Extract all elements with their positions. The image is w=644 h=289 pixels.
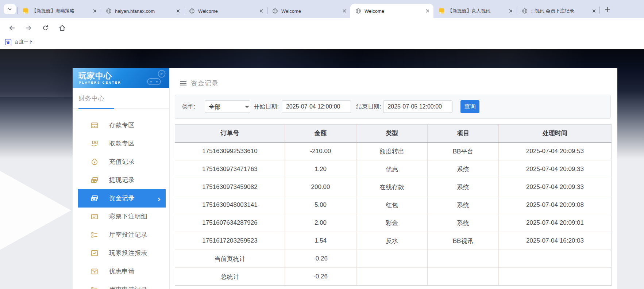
- table-cell: 200.00: [285, 178, 356, 196]
- back-button[interactable]: [8, 24, 16, 32]
- hall-icon: [90, 231, 99, 239]
- table-cell: 1751630973471763: [175, 160, 285, 178]
- browser-tab-strip: 【新提醒】海燕策略haiyan.hfanax.comWelcomeWelcome…: [0, 0, 644, 18]
- table-cell: 1751630948003141: [175, 196, 285, 214]
- table-cell: 系统: [428, 214, 499, 232]
- table-row: 1751630992533610-210.00额度转出BB平台2025-07-0…: [175, 142, 612, 160]
- sidebar-item-label: 厅室投注记录: [109, 231, 147, 239]
- table-cell: 1751630992533610: [175, 142, 285, 160]
- tab-active[interactable]: Welcome: [350, 4, 433, 18]
- tab[interactable]: haiyan.hfanax.com: [101, 4, 184, 18]
- tab[interactable]: 【新提醒】海燕策略: [18, 4, 101, 18]
- type-label: 类型:: [182, 103, 195, 111]
- forward-button[interactable]: [24, 24, 32, 32]
- tab-title: Welcome: [281, 8, 339, 14]
- table-cell: 系统: [428, 160, 499, 178]
- sidebar-item-report[interactable]: 玩家投注报表: [73, 244, 169, 262]
- sidebar-item-promo[interactable]: 优惠申请: [73, 262, 169, 281]
- bookmark-baidu[interactable]: 百度一下: [5, 39, 33, 45]
- browser-window: 【新提醒】海燕策略haiyan.hfanax.comWelcomeWelcome…: [0, 0, 644, 289]
- back-arrow-icon: [8, 24, 16, 32]
- forward-arrow-icon: [25, 24, 32, 32]
- table-cell: [428, 268, 499, 286]
- home-button[interactable]: [58, 24, 66, 32]
- sidebar-item-label: 优惠申请: [109, 267, 135, 275]
- tab-close-icon[interactable]: [258, 8, 264, 14]
- end-date-label: 结束日期:: [356, 103, 381, 111]
- sidebar-item-lottery[interactable]: 彩票下注明细: [73, 208, 169, 226]
- tab[interactable]: :::视讯 会员下注纪录: [517, 4, 600, 18]
- sidebar-item-funds[interactable]: 资金记录: [73, 189, 169, 208]
- sidebar-section-title: 财务中心: [78, 94, 169, 103]
- tab-title: Welcome: [198, 8, 256, 14]
- tab-close-icon[interactable]: [425, 8, 431, 14]
- table-cell: [499, 250, 612, 268]
- tab-close-icon[interactable]: [342, 8, 347, 14]
- table-cell: 总统计: [175, 268, 285, 286]
- table-cell: 系统: [428, 196, 499, 214]
- tab-close-icon[interactable]: [175, 8, 181, 14]
- tab-search-button[interactable]: [4, 4, 16, 14]
- browser-toolbar: js13.cc/hhcp/usercenter.html?iniType=6: [0, 18, 644, 37]
- table-cell: 彩金: [356, 214, 428, 232]
- background-triangle-shape: [0, 155, 71, 261]
- table-row: 17516309480031415.00红包系统2025-07-04 20:09…: [175, 196, 612, 214]
- tab-title: 【新提醒】真人视讯: [448, 8, 506, 14]
- type-select[interactable]: 全部: [205, 100, 250, 113]
- sidebar-item-withdraw[interactable]: 取款专区: [73, 134, 169, 153]
- table-cell: 1751617203259523: [175, 232, 285, 250]
- sidebar-item-recharge[interactable]: 充值记录: [73, 153, 169, 171]
- tab[interactable]: Welcome: [267, 4, 350, 18]
- table-cell: 2025-07-04 20:09:01: [499, 214, 612, 232]
- sidebar-item-promo-record[interactable]: 优惠申请记录: [73, 281, 169, 289]
- funds-records-table: 订单号金额类型项目处理时间 1751630992533610-210.00额度转…: [175, 124, 612, 286]
- search-button[interactable]: 查询: [460, 100, 479, 113]
- start-date-label: 开始日期:: [254, 103, 278, 111]
- table-cell: 红包: [356, 196, 428, 214]
- content-sheet: 玩家中心 PLAYERS CENTER 财务中心 存款专区取款专区充值记录提现记…: [73, 68, 617, 289]
- summary-row: 总统计-0.26: [175, 268, 612, 286]
- page-header: 资金记录: [180, 79, 219, 88]
- start-date-input[interactable]: [282, 100, 351, 113]
- table-row: 17516172032595231.54反水BB视讯2025-07-04 16:…: [175, 232, 612, 250]
- new-tab-button[interactable]: [603, 5, 612, 14]
- hamburger-menu-icon[interactable]: [180, 81, 186, 86]
- end-date-input[interactable]: [383, 100, 452, 113]
- table-cell: [428, 250, 499, 268]
- sidebar-item-label: 彩票下注明细: [109, 212, 147, 221]
- tab-close-icon[interactable]: [92, 8, 98, 14]
- table-cell: 1751630973459082: [175, 178, 285, 196]
- sidebar-item-deposit[interactable]: 存款专区: [73, 116, 169, 134]
- table-cell: 2025-07-04 20:09:53: [499, 142, 612, 160]
- table-row: 1751630973459082200.00在线存款系统2025-07-04 2…: [175, 178, 612, 196]
- yellow-doc-icon: [439, 8, 444, 14]
- column-header: 处理时间: [499, 125, 612, 142]
- sidebar-item-label: 玩家投注报表: [109, 249, 147, 257]
- tab-title: :::视讯 会员下注纪录: [531, 8, 589, 14]
- tab[interactable]: 【新提醒】真人视讯: [433, 4, 517, 18]
- table-cell: 当前页统计: [175, 250, 285, 268]
- sidebar-item-label: 资金记录: [109, 194, 135, 202]
- tab[interactable]: Welcome: [184, 4, 267, 18]
- tab-close-icon[interactable]: [508, 8, 514, 14]
- gamepad-icon: [144, 69, 168, 87]
- sidebar-item-cashout[interactable]: 提现记录: [73, 171, 169, 189]
- table-cell: -210.00: [285, 142, 356, 160]
- home-icon: [58, 24, 66, 32]
- web-page: 玩家中心 PLAYERS CENTER 财务中心 存款专区取款专区充值记录提现记…: [0, 49, 644, 289]
- table-cell: 1.20: [285, 160, 356, 178]
- table-cell: -0.26: [285, 250, 356, 268]
- sidebar-item-label: 充值记录: [109, 157, 135, 166]
- bookmarks-bar: 百度一下: [0, 37, 644, 49]
- column-header: 项目: [428, 125, 499, 142]
- main-content: 资金记录 类型: 全部 开始日期: 结束日期: 查询: [175, 68, 617, 289]
- sidebar-section-rule: [73, 109, 169, 109]
- reload-button[interactable]: [41, 24, 49, 32]
- table-cell: 1751607634287926: [175, 214, 285, 232]
- sidebar-item-label: 优惠申请记录: [109, 285, 147, 289]
- tab-close-icon[interactable]: [591, 8, 597, 14]
- table-row: 17516076342879262.00彩金系统2025-07-04 20:09…: [175, 214, 612, 232]
- sidebar-item-hall[interactable]: 厅室投注记录: [73, 226, 169, 244]
- recharge-icon: [90, 158, 99, 166]
- chevron-down-icon: [7, 6, 13, 12]
